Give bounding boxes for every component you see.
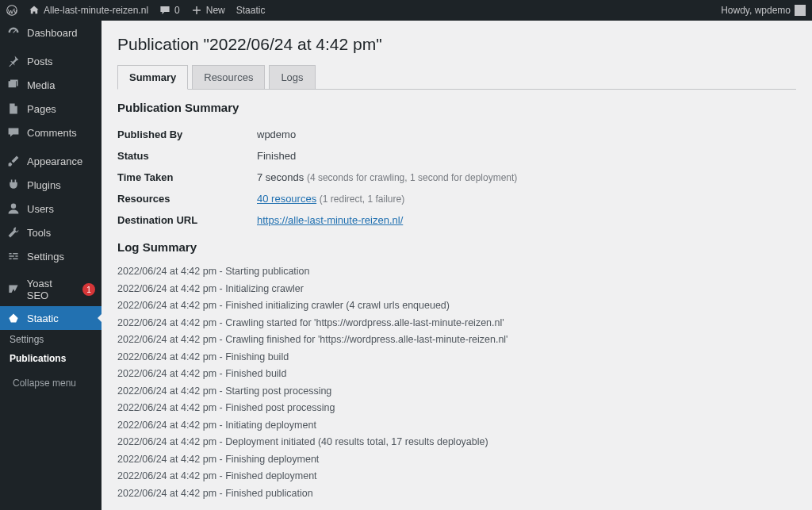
tabs: Summary Resources Logs (117, 65, 796, 90)
destination-url-value: https://alle-last-minute-reizen.nl/ (257, 214, 403, 226)
sidebar-item-tools[interactable]: Tools (0, 220, 102, 244)
log-entry: 2022/06/24 at 4:42 pm - Finished publica… (117, 485, 796, 503)
sidebar-item-settings[interactable]: Settings (0, 244, 102, 268)
log-entry: 2022/06/24 at 4:42 pm - Starting publica… (117, 263, 796, 281)
tab-resources[interactable]: Resources (192, 65, 265, 89)
main-content: Publication "2022/06/24 at 4:42 pm" Summ… (102, 21, 812, 510)
wordpress-logo-item[interactable] (6, 5, 17, 16)
published-by-label: Published By (117, 128, 257, 140)
sidebar-item-comments[interactable]: Comments (0, 121, 102, 144)
row-destination-url: Destination URL https://alle-last-minute… (117, 209, 796, 231)
user-icon (6, 201, 21, 216)
sidebar-label: Tools (27, 227, 51, 239)
resources-label: Resources (117, 193, 257, 205)
pin-icon (6, 54, 21, 68)
comment-icon (159, 5, 170, 16)
row-published-by: Published By wpdemo (117, 124, 796, 145)
media-icon (6, 78, 21, 92)
tab-summary[interactable]: Summary (117, 65, 188, 90)
new-item[interactable]: New (191, 5, 225, 16)
sidebar-item-pages[interactable]: Pages (0, 97, 102, 121)
collapse-label: Collapse menu (13, 378, 76, 389)
sidebar-item-plugins[interactable]: Plugins (0, 173, 102, 197)
sidebar-label: Appearance (27, 155, 82, 167)
howdy-item[interactable]: Howdy, wpdemo (721, 5, 806, 16)
staatic-icon (6, 311, 21, 325)
log-summary-heading: Log Summary (117, 240, 796, 254)
sidebar-label: Comments (27, 127, 77, 139)
sidebar-item-appearance[interactable]: Appearance (0, 149, 102, 173)
publication-summary-heading: Publication Summary (117, 101, 796, 114)
wrench-icon (6, 225, 21, 240)
avatar-icon (795, 5, 806, 16)
new-label: New (206, 5, 225, 16)
comments-item[interactable]: 0 (159, 5, 180, 16)
page-wrap: Dashboard Posts Media Pages Comments App… (0, 21, 812, 510)
howdy-label: Howdy, wpdemo (721, 5, 791, 16)
log-entry: 2022/06/24 at 4:42 pm - Finished post pr… (117, 400, 796, 417)
sliders-icon (6, 249, 21, 263)
tab-logs[interactable]: Logs (269, 65, 315, 89)
row-time-taken: Time Taken 7 seconds (4 seconds for craw… (117, 167, 796, 188)
sidebar-label: Settings (27, 251, 64, 263)
site-name-item[interactable]: Alle-last-minute-reizen.nl (29, 5, 148, 16)
published-by-value: wpdemo (257, 128, 296, 140)
log-entry: 2022/06/24 at 4:42 pm - Finished deploym… (117, 468, 796, 485)
time-taken-detail: (4 seconds for crawling, 1 second for de… (307, 172, 517, 183)
page-icon (6, 102, 21, 116)
destination-url-link[interactable]: https://alle-last-minute-reizen.nl/ (257, 214, 403, 226)
status-label: Status (117, 150, 257, 162)
sidebar-label: Yoast SEO (27, 278, 76, 301)
yoast-icon (6, 282, 21, 297)
resources-link[interactable]: 40 resources (257, 193, 316, 205)
log-entry: 2022/06/24 at 4:42 pm - Crawling finishe… (117, 332, 796, 349)
resources-detail: (1 redirect, 1 failure) (320, 194, 404, 205)
sidebar-item-posts[interactable]: Posts (0, 49, 102, 73)
log-entry: 2022/06/24 at 4:42 pm - Finished build (117, 366, 796, 383)
log-entry: 2022/06/24 at 4:42 pm - Starting post pr… (117, 383, 796, 401)
plus-icon (191, 5, 202, 16)
time-taken-value: 7 seconds (4 seconds for crawling, 1 sec… (257, 171, 517, 183)
staatic-bar-label: Staatic (236, 5, 266, 16)
sidebar-label: Plugins (27, 179, 61, 191)
sidebar-item-dashboard[interactable]: Dashboard (0, 21, 102, 44)
sidebar-item-media[interactable]: Media (0, 73, 102, 97)
sidebar-item-users[interactable]: Users (0, 197, 102, 220)
sidebar-item-staatic[interactable]: Staatic (0, 306, 102, 330)
log-entry: 2022/06/24 at 4:42 pm - Finishing deploy… (117, 451, 796, 469)
sidebar-label: Staatic (27, 313, 59, 324)
sidebar-sub-settings[interactable]: Settings (0, 330, 102, 349)
collapse-menu[interactable]: Collapse menu (0, 373, 102, 393)
plug-icon (6, 178, 21, 192)
admin-sidebar: Dashboard Posts Media Pages Comments App… (0, 21, 102, 510)
comments-icon (6, 125, 21, 140)
row-resources: Resources 40 resources (1 redirect, 1 fa… (117, 188, 796, 209)
wordpress-logo-icon (6, 5, 17, 16)
destination-url-label: Destination URL (117, 214, 257, 226)
home-icon (29, 5, 40, 16)
sidebar-item-yoast[interactable]: Yoast SEO 1 (0, 273, 102, 306)
log-entry: 2022/06/24 at 4:42 pm - Initializing cra… (117, 281, 796, 298)
sidebar-label: Posts (27, 56, 53, 67)
site-name: Alle-last-minute-reizen.nl (44, 5, 148, 16)
time-taken-main: 7 seconds (257, 171, 304, 183)
status-value: Finished (257, 150, 296, 162)
admin-bar-left: Alle-last-minute-reizen.nl 0 New Staatic (6, 5, 265, 16)
comment-count: 0 (174, 5, 180, 16)
log-entry: 2022/06/24 at 4:42 pm - Crawling started… (117, 315, 796, 332)
yoast-badge: 1 (82, 283, 95, 296)
log-entry: 2022/06/24 at 4:42 pm - Initiating deplo… (117, 417, 796, 435)
resources-value: 40 resources (1 redirect, 1 failure) (257, 193, 404, 205)
time-taken-label: Time Taken (117, 171, 257, 183)
row-status: Status Finished (117, 145, 796, 167)
admin-bar-right: Howdy, wpdemo (721, 5, 806, 16)
sidebar-sub-publications[interactable]: Publications (0, 349, 102, 368)
sidebar-label: Media (27, 79, 55, 91)
log-entry: 2022/06/24 at 4:42 pm - Finished initial… (117, 297, 796, 315)
sidebar-label: Pages (27, 103, 56, 115)
sidebar-label: Users (27, 203, 54, 215)
page-title: Publication "2022/06/24 at 4:42 pm" (117, 35, 796, 54)
svg-point-1 (11, 204, 16, 209)
dashboard-icon (6, 25, 21, 40)
staatic-bar-item[interactable]: Staatic (236, 5, 266, 16)
